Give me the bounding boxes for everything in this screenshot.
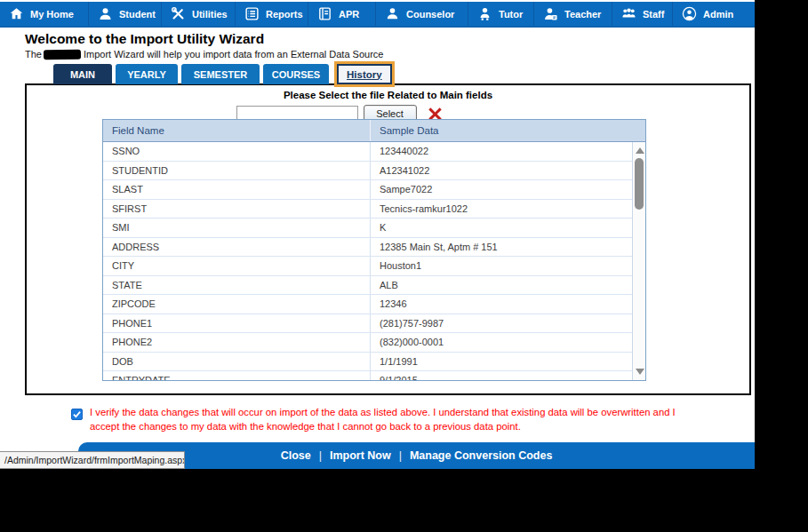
page-subtitle: TheImport Wizard will help you import da… [25,49,383,61]
table-row[interactable]: STUDENTID A12341022 [103,162,632,181]
sample-data-cell: 12346 [370,295,632,314]
counselor-icon [385,6,400,21]
tutor-icon [477,6,492,21]
scroll-down-arrow-icon[interactable] [636,369,644,375]
nav-item-staff[interactable]: Staff [612,2,673,26]
nav-item-admin[interactable]: Admin [673,2,755,26]
nav-label: APR [339,9,359,20]
page-title: Welcome to the Import Utility Wizard [25,31,264,47]
verify-checkbox[interactable] [71,409,83,420]
footer-separator: | [319,449,322,462]
nav-item-teacher[interactable]: Teacher [534,2,612,26]
sample-data-cell: Sampe7022 [370,180,632,199]
verify-section: I verify the data changes that will occu… [71,406,704,434]
table-row[interactable]: SLAST Sampe7022 [103,180,632,200]
sample-data-cell: (281)757-9987 [370,314,632,333]
table-row[interactable]: CITY Houston1 [103,257,632,276]
field-name-cell: ADDRESS [103,238,370,257]
sample-data-cell: A12341022 [370,162,632,180]
tab-yearly[interactable]: YEARLY [116,64,178,84]
sample-data-cell: 123440022 [370,142,632,161]
field-name-cell: SMI [103,218,370,237]
student-icon [98,6,113,21]
column-header-field-name: Field Name [103,120,370,141]
wizard-tabs: MAIN YEARLY SEMESTER COURSES History [53,64,395,84]
home-icon [9,6,24,21]
sample-data-cell: Tecnics-ramkur1022 [370,200,632,218]
table-row[interactable]: DOB 1/1/1991 [103,353,632,372]
tab-courses[interactable]: COURSES [263,64,329,84]
field-mapping-table: Field Name Sample Data SSNO 123440022 ST… [102,119,646,381]
field-name-cell: DOB [103,353,370,371]
nav-label: Staff [643,9,664,20]
column-header-sample-data: Sample Data [370,120,645,141]
nav-item-my-home[interactable]: My Home [0,2,89,26]
table-row[interactable]: ZIPCODE 12346 [103,295,632,314]
utilities-icon [171,6,186,21]
nav-label: Teacher [564,9,601,20]
sample-data-cell: 9/1/2015 [370,371,632,380]
table-row[interactable]: PHONE1 (281)757-9987 [103,314,632,334]
sample-data-cell: ALB [370,276,632,295]
tab-semester[interactable]: SEMESTER [181,64,260,84]
tab-history-highlight[interactable]: History [334,61,395,87]
field-name-cell: STUDENTID [103,162,370,180]
staff-icon [621,6,636,21]
field-name-cell: SSNO [103,142,370,161]
field-name-cell: PHONE1 [103,314,370,333]
screenshot-root: My Home Student Utilities Reports APR Co… [0,0,808,532]
wizard-panel: Please Select the file Related to Main f… [25,83,751,395]
nav-item-apr[interactable]: APR [308,2,376,26]
status-url-text: /Admin/ImportWizard/frmImportMaping.aspx… [4,455,185,465]
table-row[interactable]: ENTRYDATE 9/1/2015 [103,371,632,380]
nav-label: Student [119,9,156,20]
check-icon [73,410,81,418]
nav-item-reports[interactable]: Reports [236,2,308,26]
table-scrollbar[interactable] [632,142,645,380]
status-url-tooltip: /Admin/ImportWizard/frmImportMaping.aspx… [0,451,185,469]
nav-label: Tutor [499,9,523,20]
admin-icon [682,6,697,21]
field-name-cell: ENTRYDATE [103,371,370,380]
footer-separator: | [399,449,402,462]
table-body: SSNO 123440022 STUDENTID A12341022 SLAST… [103,142,632,380]
table-row[interactable]: SMI K [103,218,632,238]
nav-item-counselor[interactable]: Counselor [376,2,468,26]
manage-conversion-codes-button[interactable]: Manage Conversion Codes [410,449,552,462]
apr-icon [317,6,332,21]
close-button[interactable]: Close [281,449,311,462]
table-row[interactable]: STATE ALB [103,276,632,296]
subtitle-prefix: The [25,49,42,60]
scrollbar-thumb[interactable] [635,158,644,210]
reports-icon [244,6,260,21]
nav-item-tutor[interactable]: Tutor [468,2,534,26]
nav-label: Reports [266,9,303,20]
field-name-cell: ZIPCODE [103,295,370,314]
table-row[interactable]: ADDRESS 12385 Main St, Aptm # 151 [103,238,632,258]
table-row[interactable]: SFIRST Tecnics-ramkur1022 [103,200,632,219]
sample-data-cell: K [370,218,632,237]
redaction-scribble [44,49,81,60]
table-row[interactable]: SSNO 123440022 [103,142,632,162]
subtitle-suffix: Import Wizard will help you import data … [84,49,383,60]
tab-history[interactable]: History [339,66,390,83]
field-name-cell: SFIRST [103,200,370,218]
field-name-cell: SLAST [103,180,370,199]
field-name-cell: PHONE2 [103,333,370,352]
tab-main[interactable]: MAIN [53,64,112,84]
top-nav: My Home Student Utilities Reports APR Co… [0,2,755,28]
import-now-button[interactable]: Import Now [330,449,391,462]
nav-label: Admin [703,9,733,20]
sample-data-cell: 1/1/1991 [370,353,632,371]
teacher-icon [543,6,558,21]
scroll-up-arrow-icon[interactable] [636,147,644,154]
table-row[interactable]: PHONE2 (832)000-0001 [103,333,632,353]
nav-item-utilities[interactable]: Utilities [162,2,236,26]
sample-data-cell: (832)000-0001 [370,333,632,352]
field-name-cell: STATE [103,276,370,295]
sample-data-cell: Houston1 [370,257,632,275]
nav-label: Counselor [406,9,454,20]
file-select-prompt: Please Select the file Related to Main f… [27,90,749,100]
nav-item-student[interactable]: Student [89,2,162,26]
nav-label: Utilities [192,9,228,20]
